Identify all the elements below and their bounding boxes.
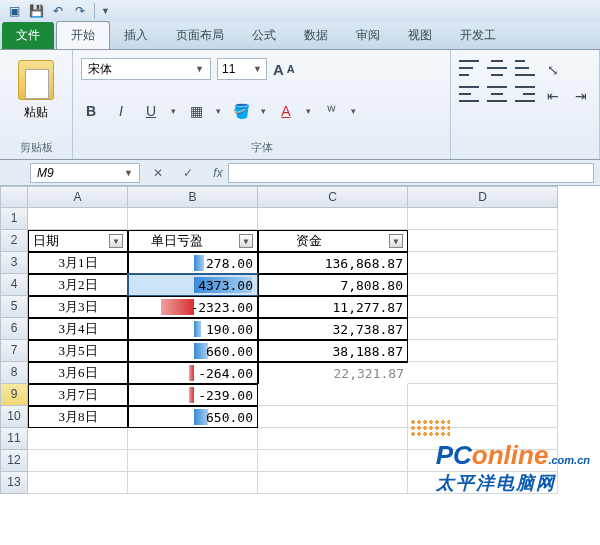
- table-header-pl[interactable]: 单日亏盈▼: [128, 230, 258, 252]
- font-name-select[interactable]: 宋体 ▼: [81, 58, 211, 80]
- table-cell-fund[interactable]: 11,277.87: [258, 296, 408, 318]
- chevron-down-icon[interactable]: ▾: [306, 106, 311, 116]
- cancel-icon[interactable]: ✕: [148, 163, 168, 183]
- col-header-b[interactable]: B: [128, 186, 258, 208]
- decrease-indent-icon[interactable]: ⇤: [543, 86, 563, 106]
- table-header-date[interactable]: 日期▼: [28, 230, 128, 252]
- cell[interactable]: [408, 318, 558, 340]
- cell[interactable]: [258, 428, 408, 450]
- row-header[interactable]: 7: [0, 340, 28, 362]
- redo-icon[interactable]: ↷: [72, 3, 88, 19]
- table-cell-date[interactable]: 3月5日: [28, 340, 128, 362]
- align-right-icon[interactable]: [515, 86, 535, 102]
- row-header[interactable]: 3: [0, 252, 28, 274]
- row-header[interactable]: 12: [0, 450, 28, 472]
- select-all-corner[interactable]: [0, 186, 28, 208]
- row-header[interactable]: 2: [0, 230, 28, 252]
- table-cell-pl[interactable]: 4373.00: [128, 274, 258, 296]
- filter-dropdown-icon[interactable]: ▼: [389, 234, 403, 248]
- table-cell-fund[interactable]: 7,808.80: [258, 274, 408, 296]
- chevron-down-icon[interactable]: ▾: [216, 106, 221, 116]
- font-size-select[interactable]: 11 ▼: [217, 58, 267, 80]
- cell[interactable]: [258, 384, 408, 406]
- cell[interactable]: [408, 296, 558, 318]
- cell[interactable]: [408, 252, 558, 274]
- font-color-button[interactable]: A: [276, 101, 296, 121]
- table-header-fund[interactable]: 资金▼: [258, 230, 408, 252]
- col-header-a[interactable]: A: [28, 186, 128, 208]
- cell[interactable]: [28, 208, 128, 230]
- row-header[interactable]: 8: [0, 362, 28, 384]
- cell[interactable]: [408, 340, 558, 362]
- name-box[interactable]: M9 ▼: [30, 163, 140, 183]
- chevron-down-icon[interactable]: ▾: [351, 106, 356, 116]
- chevron-down-icon[interactable]: ▾: [261, 106, 266, 116]
- row-header[interactable]: 9: [0, 384, 28, 406]
- table-cell-date[interactable]: 3月7日: [28, 384, 128, 406]
- cell[interactable]: [408, 362, 558, 384]
- table-cell-pl[interactable]: -239.00: [128, 384, 258, 406]
- table-cell-date[interactable]: 3月2日: [28, 274, 128, 296]
- table-cell-fund[interactable]: 136,868.87: [258, 252, 408, 274]
- cell[interactable]: [408, 208, 558, 230]
- align-bottom-icon[interactable]: [515, 60, 535, 76]
- col-header-d[interactable]: D: [408, 186, 558, 208]
- table-cell-pl[interactable]: -264.00: [128, 362, 258, 384]
- row-header[interactable]: 11: [0, 428, 28, 450]
- bold-button[interactable]: B: [81, 101, 101, 121]
- underline-button[interactable]: U: [141, 101, 161, 121]
- tab-home[interactable]: 开始: [56, 21, 110, 49]
- table-cell-pl[interactable]: 278.00: [128, 252, 258, 274]
- table-cell-date[interactable]: 3月4日: [28, 318, 128, 340]
- row-header[interactable]: 4: [0, 274, 28, 296]
- enter-icon[interactable]: ✓: [178, 163, 198, 183]
- table-cell-fund[interactable]: 22,321.87: [258, 362, 408, 384]
- fx-icon[interactable]: fx: [208, 163, 228, 183]
- tab-formulas[interactable]: 公式: [238, 22, 290, 49]
- fill-color-button[interactable]: 🪣: [231, 101, 251, 121]
- table-cell-pl[interactable]: 660.00: [128, 340, 258, 362]
- cell[interactable]: [258, 450, 408, 472]
- align-top-icon[interactable]: [459, 60, 479, 76]
- undo-icon[interactable]: ↶: [50, 3, 66, 19]
- tab-file[interactable]: 文件: [2, 22, 54, 49]
- qat-dropdown-icon[interactable]: ▼: [101, 6, 110, 16]
- orientation-button[interactable]: ⤡: [543, 60, 563, 80]
- table-cell-date[interactable]: 3月1日: [28, 252, 128, 274]
- tab-page-layout[interactable]: 页面布局: [162, 22, 238, 49]
- align-left-icon[interactable]: [459, 86, 479, 102]
- cell[interactable]: [128, 450, 258, 472]
- align-middle-icon[interactable]: [487, 60, 507, 76]
- cell[interactable]: [408, 450, 558, 472]
- paste-icon[interactable]: [18, 60, 54, 100]
- cell[interactable]: [408, 274, 558, 296]
- italic-button[interactable]: I: [111, 101, 131, 121]
- table-cell-fund[interactable]: 38,188.87: [258, 340, 408, 362]
- cell[interactable]: [258, 406, 408, 428]
- table-cell-date[interactable]: 3月8日: [28, 406, 128, 428]
- cell[interactable]: [408, 230, 558, 252]
- filter-dropdown-icon[interactable]: ▼: [239, 234, 253, 248]
- cell[interactable]: [28, 450, 128, 472]
- grow-font-icon[interactable]: A: [273, 61, 284, 78]
- filter-dropdown-icon[interactable]: ▼: [109, 234, 123, 248]
- phonetic-button[interactable]: ᵂ: [321, 101, 341, 121]
- increase-indent-icon[interactable]: ⇥: [571, 86, 591, 106]
- row-header[interactable]: 1: [0, 208, 28, 230]
- table-cell-fund[interactable]: 32,738.87: [258, 318, 408, 340]
- paste-label[interactable]: 粘贴: [24, 104, 48, 121]
- cell[interactable]: [128, 428, 258, 450]
- row-header[interactable]: 6: [0, 318, 28, 340]
- tab-data[interactable]: 数据: [290, 22, 342, 49]
- row-header[interactable]: 13: [0, 472, 28, 494]
- cell[interactable]: [28, 472, 128, 494]
- cell[interactable]: [408, 472, 558, 494]
- cell[interactable]: [128, 472, 258, 494]
- formula-bar[interactable]: [228, 163, 594, 183]
- cell[interactable]: [408, 384, 558, 406]
- cell[interactable]: [258, 208, 408, 230]
- cell[interactable]: [128, 208, 258, 230]
- align-center-icon[interactable]: [487, 86, 507, 102]
- tab-view[interactable]: 视图: [394, 22, 446, 49]
- table-cell-pl[interactable]: 650.00: [128, 406, 258, 428]
